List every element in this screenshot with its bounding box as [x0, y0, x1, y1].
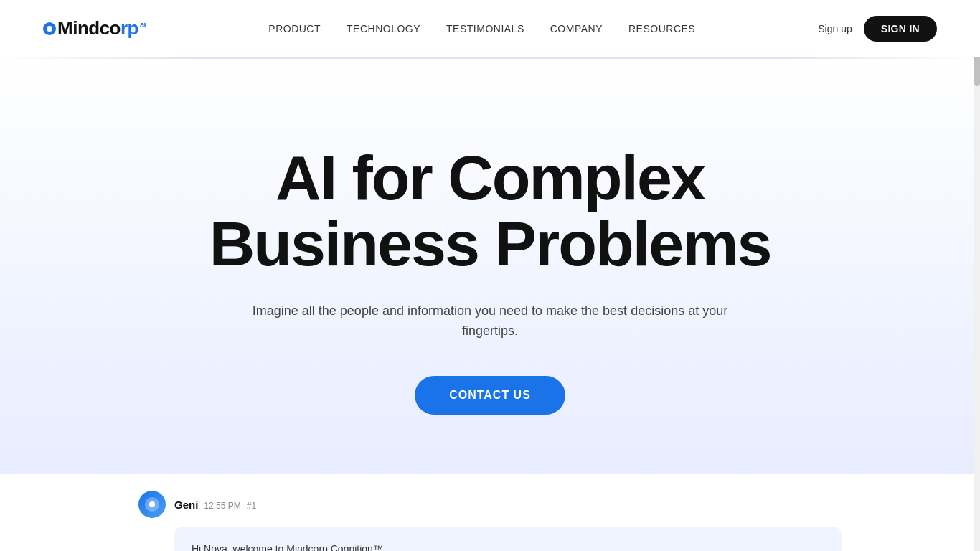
logo-text: Mindcorpai	[57, 17, 146, 39]
nav-link-product[interactable]: PRODUCT	[268, 23, 321, 34]
chat-bubble: Hi Nova, welcome to Mindcorp Cognition™ …	[174, 527, 842, 551]
nav-item-testimonials[interactable]: TESTIMONIALS	[446, 22, 524, 35]
nav-link-technology[interactable]: TECHNOLOGY	[347, 23, 420, 34]
chat-header: Geni 12:55 PM #1	[138, 491, 842, 518]
nav-item-technology[interactable]: TECHNOLOGY	[347, 22, 420, 35]
chat-sender-name: Geni	[174, 499, 198, 511]
avatar-inner	[145, 497, 159, 512]
decorative-lines	[0, 57, 980, 122]
contact-us-button[interactable]: CONTACT US	[415, 376, 565, 415]
nav-link-resources[interactable]: RESOURCES	[628, 23, 695, 34]
sign-up-link[interactable]: Sign up	[818, 23, 852, 34]
nav-item-company[interactable]: COMPANY	[550, 22, 603, 35]
scrollbar-track	[974, 0, 980, 551]
nav-actions: Sign up SIGN IN	[818, 16, 937, 42]
sign-in-button[interactable]: SIGN IN	[864, 16, 937, 42]
nav-link-company[interactable]: COMPANY	[550, 23, 603, 34]
hero-title: AI for Complex Business Problems	[167, 145, 813, 278]
hero-subtitle: Imagine all the people and information y…	[232, 301, 748, 342]
chat-line-1: Hi Nova, welcome to Mindcorp Cognition™	[192, 541, 824, 551]
chat-message-number: #1	[247, 501, 256, 511]
logo-icon	[43, 22, 56, 35]
chat-container: Geni 12:55 PM #1 Hi Nova, welcome to Min…	[138, 474, 842, 551]
logo-ai: ai	[140, 20, 146, 29]
nav-link-testimonials[interactable]: TESTIMONIALS	[446, 23, 524, 34]
nav-item-resources[interactable]: RESOURCES	[628, 22, 695, 35]
navbar: Mindcorpai PRODUCT TECHNOLOGY TESTIMONIA…	[0, 0, 980, 57]
nav-item-product[interactable]: PRODUCT	[268, 22, 321, 35]
nav-links: PRODUCT TECHNOLOGY TESTIMONIALS COMPANY …	[268, 22, 695, 35]
avatar-dot	[149, 501, 155, 507]
chat-preview-section: Geni 12:55 PM #1 Hi Nova, welcome to Min…	[0, 474, 980, 551]
chat-meta: Geni 12:55 PM #1	[174, 499, 256, 511]
chat-avatar	[138, 491, 166, 518]
chat-timestamp: 12:55 PM	[204, 501, 240, 511]
logo: Mindcorpai	[43, 17, 146, 39]
hero-section: AI for Complex Business Problems Imagine…	[0, 57, 980, 474]
